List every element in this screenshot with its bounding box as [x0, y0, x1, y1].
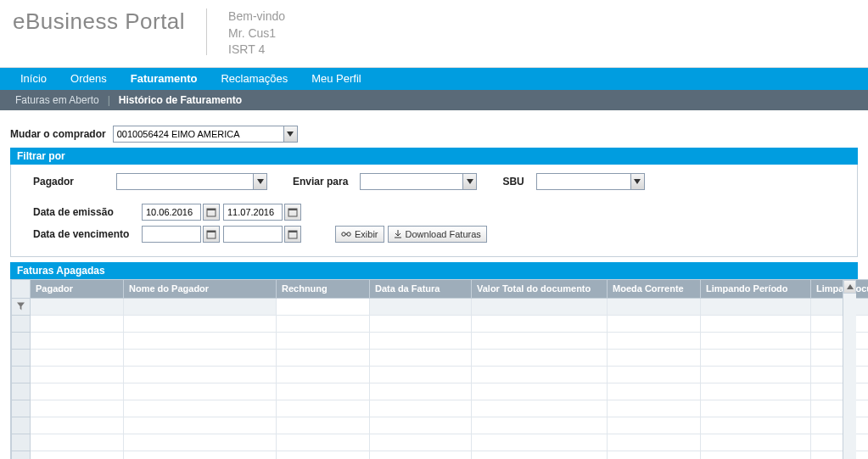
table-row[interactable] — [12, 332, 869, 349]
col-limpando-periodo[interactable]: Limpando Período — [701, 279, 811, 298]
cell — [472, 400, 608, 417]
buyer-select[interactable] — [113, 126, 298, 143]
row-head-cell[interactable] — [12, 366, 31, 383]
enviar-dropdown-button[interactable] — [462, 174, 476, 189]
cell — [124, 434, 277, 451]
cell — [472, 366, 608, 383]
subnav-faturas-aberto[interactable]: Faturas em Aberto — [8, 94, 106, 106]
col-rechnung[interactable]: Rechnung — [277, 279, 370, 298]
filter-cell[interactable] — [811, 298, 869, 315]
buyer-input[interactable] — [114, 126, 283, 142]
nav-secondary: Faturas em Aberto | Histórico de Faturam… — [0, 90, 868, 110]
filter-cell[interactable] — [370, 298, 472, 315]
filter-cell[interactable] — [31, 298, 124, 315]
cell — [277, 332, 370, 349]
venc-from-input[interactable] — [142, 226, 201, 243]
cell — [608, 434, 701, 451]
download-button[interactable]: Download Faturas — [388, 226, 487, 243]
row-head-cell[interactable] — [12, 349, 31, 366]
filter-cell[interactable] — [608, 298, 701, 315]
table-row[interactable] — [12, 400, 869, 417]
cell — [124, 400, 277, 417]
emissao-to-input[interactable] — [223, 204, 283, 221]
emissao-from-input[interactable] — [142, 204, 201, 221]
row-head-cell[interactable] — [12, 332, 31, 349]
cell — [124, 366, 277, 383]
filter-cell[interactable] — [277, 298, 370, 315]
venc-label: Data de vencimento — [33, 228, 135, 240]
sbu-select[interactable] — [536, 173, 645, 190]
table-row[interactable] — [12, 383, 869, 400]
cell — [701, 434, 811, 451]
col-pagador[interactable]: Pagador — [31, 279, 124, 298]
filter-cell[interactable] — [472, 298, 608, 315]
cell — [811, 383, 869, 400]
table-wrap: Pagador Nome do Pagador Rechnung Data da… — [10, 279, 858, 459]
cell — [472, 349, 608, 366]
table-row[interactable] — [12, 434, 869, 451]
cell — [608, 417, 701, 434]
enviar-input[interactable] — [361, 174, 462, 189]
pagador-input[interactable] — [117, 174, 253, 189]
row-head-cell[interactable] — [12, 315, 31, 332]
emissao-from-calendar-button[interactable] — [203, 204, 220, 221]
col-nome-pagador[interactable]: Nome do Pagador — [124, 279, 277, 298]
enviar-select[interactable] — [360, 173, 477, 190]
pagador-select[interactable] — [116, 173, 267, 190]
buyer-dropdown-button[interactable] — [283, 126, 297, 142]
col-moeda[interactable]: Moeda Corrente — [608, 279, 701, 298]
cell — [31, 383, 124, 400]
table-row[interactable] — [12, 315, 869, 332]
cell — [701, 366, 811, 383]
buyer-label: Mudar o comprador — [10, 128, 106, 140]
cell — [701, 383, 811, 400]
nav-faturamento[interactable]: Faturamento — [119, 72, 210, 85]
row-head-cell[interactable] — [12, 434, 31, 451]
venc-to-calendar-button[interactable] — [284, 226, 301, 243]
exibir-button[interactable]: Exibir — [335, 226, 384, 243]
cell — [811, 315, 869, 332]
row-head-cell[interactable] — [12, 417, 31, 434]
emissao-to-calendar-button[interactable] — [284, 204, 301, 221]
venc-from-calendar-button[interactable] — [203, 226, 220, 243]
download-label: Download Faturas — [406, 229, 481, 239]
col-limpar-documento[interactable]: Limpar documento — [811, 279, 869, 298]
cell — [370, 315, 472, 332]
cell — [370, 349, 472, 366]
subnav-historico[interactable]: Histórico de Faturamento — [112, 94, 249, 106]
cell — [31, 332, 124, 349]
calendar-icon — [288, 207, 298, 217]
sbu-input[interactable] — [537, 174, 630, 189]
cell — [701, 332, 811, 349]
table-row[interactable] — [12, 451, 869, 459]
cell — [811, 349, 869, 366]
pagador-dropdown-button[interactable] — [253, 174, 266, 189]
cell — [277, 417, 370, 434]
chevron-down-icon — [287, 132, 294, 137]
sbu-dropdown-button[interactable] — [630, 174, 644, 189]
cell — [472, 417, 608, 434]
filter-cell[interactable] — [124, 298, 277, 315]
row-head-cell[interactable] — [12, 451, 31, 459]
scroll-up-button[interactable] — [843, 280, 856, 294]
filter-icon[interactable] — [17, 302, 25, 311]
nav-ordens[interactable]: Ordens — [59, 72, 119, 85]
table-row[interactable] — [12, 366, 869, 383]
table-row[interactable] — [12, 349, 869, 366]
nav-inicio[interactable]: Início — [8, 72, 59, 85]
scroll-track[interactable] — [843, 280, 856, 459]
row-head-cell[interactable] — [12, 400, 31, 417]
table-row[interactable] — [12, 417, 869, 434]
row-head-cell[interactable] — [12, 383, 31, 400]
cell — [124, 315, 277, 332]
nav-reclamacoes[interactable]: Reclamações — [209, 72, 300, 85]
cell — [608, 332, 701, 349]
venc-to-input[interactable] — [223, 226, 283, 243]
cell — [608, 315, 701, 332]
col-valor-total[interactable]: Valor Total do documento — [472, 279, 608, 298]
col-rowhead — [12, 279, 31, 298]
col-data-fatura[interactable]: Data da Fatura — [370, 279, 472, 298]
nav-meu-perfil[interactable]: Meu Perfil — [300, 72, 373, 85]
cell — [124, 349, 277, 366]
filter-cell[interactable] — [701, 298, 811, 315]
